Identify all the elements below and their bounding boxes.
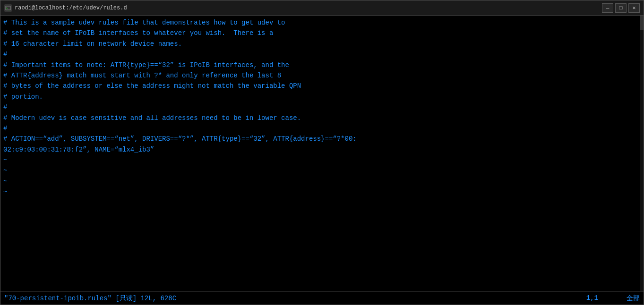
terminal-icon: >_	[4, 4, 12, 12]
tilde-3: ~	[3, 176, 641, 186]
title-bar: >_ raodi@localhost:/etc/udev/rules.d — □…	[0, 0, 644, 16]
status-bar: "70-persistent-ipoib.rules" [只读] 12L, 62…	[0, 291, 644, 305]
tilde-1: ~	[3, 155, 641, 165]
code-line-10: # Modern udev is case sensitive and all …	[3, 113, 641, 123]
status-right: 1,1 全部	[586, 294, 640, 303]
minimize-button[interactable]: —	[602, 3, 613, 13]
title-bar-left: >_ raodi@localhost:/etc/udev/rules.d	[4, 4, 127, 12]
code-line-3: # 16 character limit on network device n…	[3, 39, 641, 49]
close-button[interactable]: ✕	[628, 3, 640, 13]
code-line-7: # bytes of the address or else the addre…	[3, 81, 641, 91]
code-line-9: #	[3, 102, 641, 112]
scrollbar[interactable]	[640, 16, 644, 291]
maximize-button[interactable]: □	[615, 3, 627, 13]
code-line-6: # ATTR{address} match must start with ?*…	[3, 70, 641, 81]
code-line-8: # portion.	[3, 92, 641, 102]
window-controls: — □ ✕	[602, 3, 640, 13]
code-line-13: 02:c9:03:00:31:78:f2”, NAME=“mlx4_ib3”	[3, 144, 641, 155]
tilde-4: ~	[3, 186, 641, 197]
svg-text:>_: >_	[6, 7, 10, 10]
scrollbar-thumb[interactable]	[640, 16, 644, 30]
code-line-4: #	[3, 49, 641, 59]
code-line-11: #	[3, 123, 641, 134]
code-line-5: # Important items to note: ATTR{type}==“…	[3, 60, 641, 70]
terminal-window: >_ raodi@localhost:/etc/udev/rules.d — □…	[0, 0, 644, 305]
code-line-2: # set the name of IPoIB interfaces to wh…	[3, 28, 641, 38]
code-line-1: # This is a sample udev rules file that …	[3, 17, 641, 28]
tilde-2: ~	[3, 165, 641, 176]
status-file-info: "70-persistent-ipoib.rules" [只读] 12L, 62…	[4, 294, 176, 303]
terminal-body[interactable]: # This is a sample udev rules file that …	[0, 16, 644, 291]
status-position: 1,1	[586, 294, 598, 303]
code-line-12: # ACTION==“add”, SUBSYSTEM==“net”, DRIVE…	[3, 134, 641, 144]
window-title: raodi@localhost:/etc/udev/rules.d	[15, 5, 127, 11]
status-scroll: 全部	[627, 294, 640, 303]
